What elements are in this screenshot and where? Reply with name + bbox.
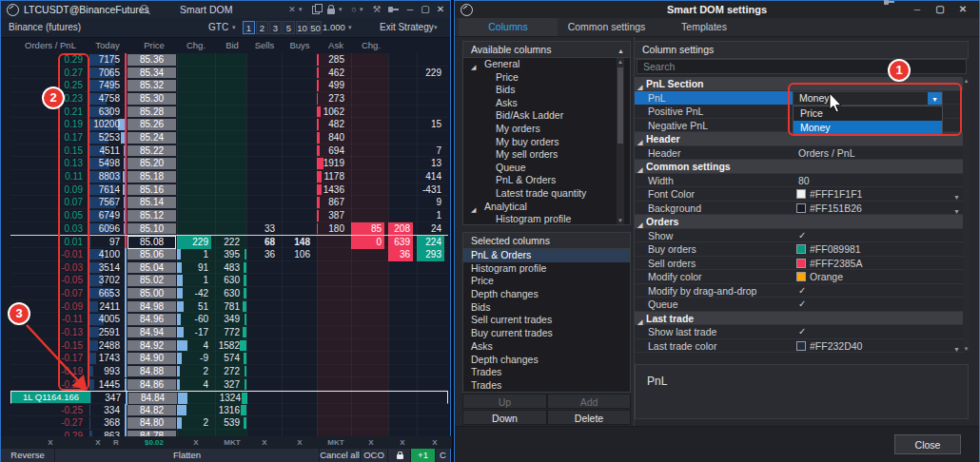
tree-item[interactable]: Price bbox=[463, 71, 630, 85]
cell-chg2[interactable]: 85 bbox=[351, 222, 384, 236]
cell-today[interactable]: 2411 bbox=[89, 300, 123, 314]
pin-icon[interactable] bbox=[392, 9, 399, 10]
tree-item[interactable]: Histogram profile bbox=[463, 213, 630, 225]
circle-icon[interactable]: ○ bbox=[349, 1, 359, 18]
cell-chg[interactable]: 4 bbox=[177, 378, 211, 392]
cell-today[interactable]: 7495 bbox=[89, 79, 123, 92]
ladder-row-84.82[interactable]: -0.2533484.821316 bbox=[10, 404, 448, 417]
footer-cell-8[interactable]: MKT bbox=[322, 436, 350, 449]
cell-chg2[interactable]: 0 bbox=[351, 236, 384, 249]
cell-t2[interactable]: 15 bbox=[417, 118, 444, 131]
circle-caret-icon[interactable]: ▾ bbox=[360, 1, 363, 18]
settings-row-width[interactable]: Width80 bbox=[635, 174, 968, 188]
delete-column-button[interactable]: Delete bbox=[547, 410, 631, 425]
cell-today[interactable]: 1445 bbox=[89, 378, 123, 392]
tif-caret-icon[interactable]: ▾ bbox=[232, 19, 236, 36]
settings-row-last-trade-color[interactable]: Last trade color#FF232D40▼ bbox=[635, 339, 968, 354]
cell-bid[interactable]: 630 bbox=[215, 287, 243, 300]
color-value[interactable]: #FFF2385A bbox=[810, 257, 862, 270]
footer-cell-9[interactable]: X bbox=[357, 436, 385, 449]
cell-ask[interactable]: 840 bbox=[317, 131, 347, 144]
settings-minimize-icon[interactable]: ─ bbox=[911, 1, 923, 18]
settings-row-queue[interactable]: Queue✓ bbox=[635, 298, 968, 312]
cell-today[interactable]: 7614 bbox=[89, 183, 123, 197]
cell-today[interactable]: 4100 bbox=[89, 248, 123, 261]
available-scrollbar[interactable]: ▲ ▼ bbox=[617, 58, 624, 224]
cell-t2[interactable]: 9 bbox=[417, 196, 444, 209]
tree-group[interactable]: ◢General bbox=[463, 58, 630, 71]
cell-bid[interactable]: 630 bbox=[215, 274, 243, 287]
cell-chg[interactable]: 2 bbox=[177, 416, 211, 430]
cell-today[interactable]: 7567 bbox=[89, 196, 123, 209]
selected-column-item[interactable]: PnL & Orders bbox=[463, 249, 630, 262]
cell-bid[interactable]: 772 bbox=[215, 326, 243, 339]
minimize-icon[interactable]: ─ bbox=[405, 1, 415, 18]
lock-caret-icon[interactable]: ▾ bbox=[339, 1, 343, 18]
tree-item[interactable]: PnL & Orders bbox=[463, 174, 630, 187]
cell-price[interactable]: 85.32 bbox=[127, 80, 176, 91]
cell-t2[interactable]: 7 bbox=[417, 144, 444, 158]
tree-item[interactable]: Queue bbox=[463, 162, 630, 175]
cell-bid[interactable]: 781 bbox=[215, 300, 243, 314]
flatten-button[interactable]: Flatten bbox=[55, 449, 320, 462]
cell-chg[interactable]: -9 bbox=[177, 352, 211, 365]
move-up-button[interactable]: Up bbox=[462, 394, 547, 409]
qty-button-2[interactable]: 2 bbox=[256, 21, 268, 34]
checkbox-checked-icon[interactable]: ✓ bbox=[798, 229, 806, 242]
settings-row-buy-orders[interactable]: Buy orders#FF089981 bbox=[635, 242, 968, 257]
cell-today[interactable]: 993 bbox=[89, 365, 123, 378]
lock-trading-button[interactable] bbox=[388, 449, 411, 462]
cell-today[interactable]: 7065 bbox=[89, 67, 123, 80]
setting-value[interactable]: 80 bbox=[798, 174, 810, 187]
cancel-all-button[interactable]: Cancel all bbox=[320, 449, 361, 462]
settings-row-show[interactable]: Show✓ bbox=[635, 229, 968, 243]
ladder-row-84.80[interactable]: -0.2736884.802539 bbox=[10, 416, 448, 430]
tif-select[interactable]: GTC bbox=[208, 18, 228, 37]
footer-cell-0[interactable]: X bbox=[36, 436, 65, 449]
cell-today[interactable]: 6749 bbox=[89, 209, 123, 222]
settings-row-modify-by-drag-and-drop[interactable]: Modify by drag-and-drop✓ bbox=[635, 284, 968, 298]
tree-item[interactable]: Asks bbox=[463, 97, 630, 110]
cell-sells[interactable]: 33 bbox=[246, 222, 278, 236]
reverse-button[interactable]: Reverse bbox=[1, 449, 55, 462]
maximize-icon[interactable]: ▢ bbox=[421, 1, 430, 18]
tab-common-settings[interactable]: Common settings bbox=[558, 18, 656, 36]
cell-price[interactable]: 85.04 bbox=[127, 262, 176, 274]
cell-today[interactable]: 863 bbox=[89, 430, 123, 436]
cell-price[interactable]: 85.10 bbox=[127, 223, 176, 235]
chart-mode-icon[interactable]: ✕ bbox=[287, 1, 297, 18]
cell-price[interactable]: 85.14 bbox=[127, 197, 176, 208]
cell-bid[interactable]: 327 bbox=[215, 378, 243, 392]
cell-t2[interactable]: 1 bbox=[417, 209, 444, 222]
cell-chg[interactable]: -60 bbox=[177, 313, 211, 326]
cell-t2[interactable]: 13 bbox=[417, 157, 444, 170]
cell-ask[interactable]: 499 bbox=[317, 79, 347, 92]
checkbox-checked-icon[interactable]: ✓ bbox=[798, 298, 806, 311]
qty-button-3[interactable]: 3 bbox=[269, 21, 282, 34]
cell-ask[interactable]: 462 bbox=[317, 67, 347, 80]
color-value[interactable]: #FF151B26 bbox=[810, 202, 862, 215]
cell-chg[interactable]: 1 bbox=[177, 274, 211, 287]
lot-size-select[interactable]: 1.000 bbox=[323, 18, 345, 37]
selected-column-item[interactable]: Sell current trades bbox=[463, 314, 630, 327]
cell-price[interactable]: 85.06 bbox=[127, 249, 176, 260]
selected-column-item[interactable]: Asks bbox=[463, 340, 630, 354]
settings-row-sell-orders[interactable]: Sell orders#FFF2385A bbox=[635, 257, 968, 271]
cell-price[interactable]: 85.26 bbox=[127, 119, 176, 130]
cell-t2[interactable]: 224 bbox=[417, 236, 444, 249]
scroll-up-icon[interactable]: ▲ bbox=[617, 58, 624, 66]
color-value[interactable]: #FF232D40 bbox=[810, 339, 862, 353]
cell-price[interactable]: 84.96 bbox=[127, 314, 176, 325]
footer-cell-7[interactable]: X bbox=[285, 436, 314, 449]
cell-ask[interactable]: 1062 bbox=[317, 106, 347, 119]
cell-today[interactable]: 10200 bbox=[89, 118, 123, 131]
color-swatch[interactable] bbox=[796, 189, 806, 199]
chart-mode-caret-icon[interactable]: ▾ bbox=[299, 1, 303, 18]
cell-today[interactable]: 2591 bbox=[89, 326, 123, 339]
grid-scrollbar[interactable]: ▲ ▼ bbox=[963, 77, 970, 353]
cell-price[interactable]: 85.08 bbox=[127, 236, 176, 249]
cell-price[interactable]: 85.28 bbox=[127, 106, 176, 118]
cell-price[interactable]: 85.20 bbox=[127, 158, 176, 169]
cell-price[interactable]: 84.86 bbox=[127, 379, 176, 391]
setting-value[interactable]: Orders / PnL bbox=[798, 146, 855, 160]
